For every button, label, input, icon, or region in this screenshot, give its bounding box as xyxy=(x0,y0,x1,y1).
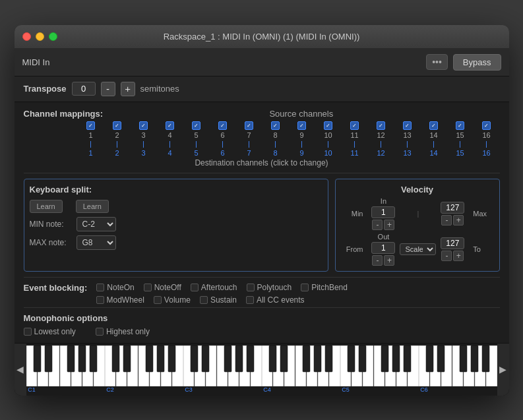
vel-out-to-minus[interactable]: - xyxy=(441,251,452,261)
transpose-plus-button[interactable]: + xyxy=(121,82,135,96)
ch-dest-num-1[interactable]: 1 xyxy=(88,149,92,157)
ch-checkbox-15[interactable]: ✓ xyxy=(456,121,464,130)
ch-checkbox-3[interactable]: ✓ xyxy=(139,121,148,130)
eb-pitchbend: PitchBend xyxy=(301,283,348,292)
vel-in-min-plus[interactable]: + xyxy=(384,220,394,230)
channel-col-6[interactable]: ✓6|6 xyxy=(210,121,236,157)
ch-checkbox-4[interactable]: ✓ xyxy=(166,121,174,130)
ch-src-num-4: 4 xyxy=(168,131,171,139)
ch-checkbox-5[interactable]: ✓ xyxy=(192,121,200,130)
options-button[interactable]: ••• xyxy=(426,54,448,70)
ch-dest-num-14[interactable]: 14 xyxy=(429,149,437,157)
vel-in-min-value[interactable] xyxy=(371,206,395,218)
channel-col-8[interactable]: ✓8|8 xyxy=(262,121,289,157)
eb-allcc: All CC events xyxy=(246,295,305,305)
vel-in-max-minus[interactable]: - xyxy=(441,215,452,225)
channel-col-1[interactable]: ✓1|1 xyxy=(78,121,104,157)
vel-in-max-plus[interactable]: + xyxy=(453,215,464,225)
ch-checkbox-2[interactable]: ✓ xyxy=(113,121,121,130)
ch-dest-num-5[interactable]: 5 xyxy=(194,149,198,157)
ch-dest-num-2[interactable]: 2 xyxy=(115,149,119,157)
ch-checkbox-9[interactable]: ✓ xyxy=(297,121,306,130)
ch-checkbox-12[interactable]: ✓ xyxy=(377,121,385,130)
close-button[interactable] xyxy=(22,32,31,41)
ch-dest-num-11[interactable]: 11 xyxy=(350,149,358,157)
ch-arrow-15: | xyxy=(459,140,461,148)
ch-dest-num-15[interactable]: 15 xyxy=(456,149,464,157)
vel-out-from-value[interactable] xyxy=(371,242,395,254)
ch-checkbox-13[interactable]: ✓ xyxy=(403,121,412,130)
toolbar-right: ••• Bypass xyxy=(426,54,501,71)
channel-col-11[interactable]: ✓11|11 xyxy=(342,121,368,157)
ch-checkbox-1[interactable]: ✓ xyxy=(86,121,95,130)
transpose-minus-button[interactable]: - xyxy=(101,82,115,96)
eb-noteoff: NoteOff xyxy=(144,283,181,292)
ch-checkbox-11[interactable]: ✓ xyxy=(350,121,359,130)
noteoff-checkbox[interactable] xyxy=(144,284,152,291)
ch-dest-num-10[interactable]: 10 xyxy=(324,149,332,157)
noteon-checkbox[interactable] xyxy=(96,284,104,291)
vel-scale-select[interactable]: ScaleFixedClip xyxy=(400,243,436,255)
ch-checkbox-7[interactable]: ✓ xyxy=(245,121,253,130)
channel-col-4[interactable]: ✓4|4 xyxy=(157,121,183,157)
ch-dest-num-3[interactable]: 3 xyxy=(141,149,145,157)
channel-col-13[interactable]: ✓13|13 xyxy=(394,121,421,157)
lowest-only-label: Lowest only xyxy=(34,327,76,336)
channel-col-12[interactable]: ✓12|12 xyxy=(368,121,394,157)
ch-dest-num-8[interactable]: 8 xyxy=(273,149,277,157)
piano-keyboard[interactable]: C1 C2 C3 C4 C5 C6 xyxy=(26,345,497,392)
channel-col-2[interactable]: ✓2|2 xyxy=(104,121,131,157)
ch-dest-num-7[interactable]: 7 xyxy=(247,149,251,157)
ch-checkbox-14[interactable]: ✓ xyxy=(429,121,438,130)
minimize-button[interactable] xyxy=(36,32,44,41)
ch-dest-num-12[interactable]: 12 xyxy=(377,149,385,157)
channel-col-3[interactable]: ✓3|3 xyxy=(131,121,157,157)
ch-dest-num-13[interactable]: 13 xyxy=(403,149,411,157)
ch-dest-num-16[interactable]: 16 xyxy=(482,149,490,157)
ch-checkbox-8[interactable]: ✓ xyxy=(271,121,280,130)
channel-col-10[interactable]: ✓10|10 xyxy=(315,121,342,157)
ch-dest-num-6[interactable]: 6 xyxy=(220,149,224,157)
vel-in-min-minus[interactable]: - xyxy=(372,220,383,230)
ch-src-num-2: 2 xyxy=(115,131,119,139)
vel-out-from-plus[interactable]: + xyxy=(384,255,394,266)
vel-in-max-value[interactable] xyxy=(441,202,464,214)
ch-checkbox-16[interactable]: ✓ xyxy=(482,121,491,130)
svg-text:C6: C6 xyxy=(420,386,428,392)
channel-col-5[interactable]: ✓5|5 xyxy=(183,121,210,157)
vel-out-to-plus[interactable]: + xyxy=(453,251,464,261)
transpose-value[interactable] xyxy=(72,82,96,96)
event-blocking-row1: Event blocking: NoteOn NoteOff Aftertouc… xyxy=(24,283,500,293)
ch-dest-num-9[interactable]: 9 xyxy=(299,149,303,157)
channel-col-15[interactable]: ✓15|15 xyxy=(447,121,474,157)
aftertouch-checkbox[interactable] xyxy=(191,284,199,291)
channel-col-14[interactable]: ✓14|14 xyxy=(421,121,447,157)
vel-out-to-value[interactable] xyxy=(441,237,464,249)
min-note-select[interactable]: C-2C-1C0 xyxy=(77,217,116,231)
learn-max-button[interactable]: Learn xyxy=(76,200,109,213)
volume-checkbox[interactable] xyxy=(154,296,162,304)
ch-arrow-8: | xyxy=(274,140,276,148)
sustain-checkbox[interactable] xyxy=(200,296,208,304)
polytouch-checkbox[interactable] xyxy=(247,284,255,291)
modwheel-checkbox[interactable] xyxy=(96,296,104,304)
vel-out-from-minus[interactable]: - xyxy=(372,255,383,266)
pitchbend-checkbox[interactable] xyxy=(301,284,309,291)
dest-channels-label[interactable]: Destination channels (click to change) xyxy=(24,158,500,167)
channel-col-16[interactable]: ✓16|16 xyxy=(474,121,500,157)
ch-checkbox-10[interactable]: ✓ xyxy=(324,121,332,130)
piano-keys-wrapper: C1 C2 C3 C4 C5 C6 xyxy=(26,344,497,393)
ch-dest-num-4[interactable]: 4 xyxy=(168,149,171,157)
lowest-only-checkbox[interactable] xyxy=(24,328,32,336)
piano-scroll-left[interactable]: ◀ xyxy=(15,344,26,396)
highest-only-checkbox[interactable] xyxy=(96,328,104,336)
maximize-button[interactable] xyxy=(49,32,57,41)
bypass-button[interactable]: Bypass xyxy=(453,54,501,71)
channel-col-9[interactable]: ✓9|9 xyxy=(289,121,315,157)
ch-checkbox-6[interactable]: ✓ xyxy=(218,121,227,130)
channel-col-7[interactable]: ✓7|7 xyxy=(236,121,262,157)
learn-min-button[interactable]: Learn xyxy=(30,200,63,213)
piano-scroll-right[interactable]: ▶ xyxy=(497,344,509,396)
max-note-select[interactable]: G8F8E8 xyxy=(77,235,116,250)
allcc-checkbox[interactable] xyxy=(246,296,254,304)
